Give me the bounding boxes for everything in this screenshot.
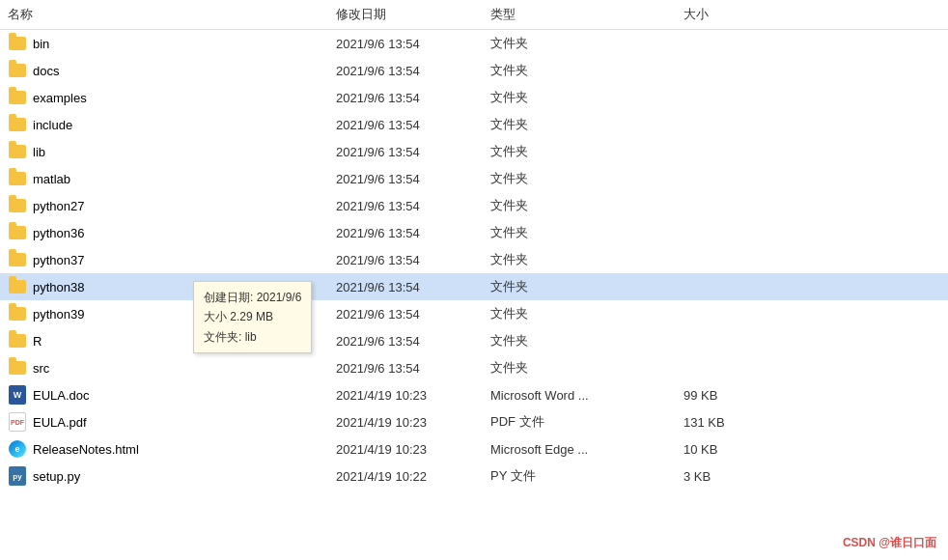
tooltip-line1: 创建日期: 2021/9/6 xyxy=(204,291,301,304)
file-name: ReleaseNotes.html xyxy=(33,442,336,457)
word-icon: W xyxy=(8,385,27,405)
file-date: 2021/9/6 13:54 xyxy=(336,145,490,159)
file-name: EULA.doc xyxy=(33,388,336,403)
file-name: python37 xyxy=(33,253,336,267)
file-date: 2021/4/19 10:23 xyxy=(336,442,490,457)
table-row[interactable]: W EULA.doc 2021/4/19 10:23 Microsoft Wor… xyxy=(0,381,948,408)
table-row[interactable]: R 2021/9/6 13:54 文件夹 xyxy=(0,327,948,354)
edge-icon: e xyxy=(8,439,27,459)
header-type[interactable]: 类型 xyxy=(490,6,683,23)
file-name: EULA.pdf xyxy=(33,415,336,430)
file-type: 文件夹 xyxy=(490,278,683,295)
table-row[interactable]: include 2021/9/6 13:54 文件夹 xyxy=(0,111,948,138)
header-size[interactable]: 大小 xyxy=(683,6,780,23)
folder-icon xyxy=(8,331,27,350)
watermark: CSDN @谁日口面 xyxy=(843,535,936,551)
file-type: 文件夹 xyxy=(490,332,683,350)
table-row[interactable]: python27 2021/9/6 13:54 文件夹 xyxy=(0,192,948,219)
file-name: examples xyxy=(33,91,336,105)
file-tooltip: 创建日期: 2021/9/6 大小 2.29 MB 文件夹: lib xyxy=(193,281,312,353)
pdf-icon: PDF xyxy=(8,412,27,432)
file-name: matlab xyxy=(33,172,336,186)
header-name[interactable]: 名称 xyxy=(8,6,336,23)
file-name: include xyxy=(33,118,336,132)
table-row[interactable]: examples 2021/9/6 13:54 文件夹 xyxy=(0,84,948,111)
file-name: python27 xyxy=(33,199,336,213)
folder-icon xyxy=(8,142,27,161)
table-row[interactable]: python38 2021/9/6 13:54 文件夹 创建日期: 2021/9… xyxy=(0,273,948,300)
header-date[interactable]: 修改日期 xyxy=(336,6,490,23)
file-date: 2021/9/6 13:54 xyxy=(336,64,490,78)
table-row[interactable]: docs 2021/9/6 13:54 文件夹 xyxy=(0,57,948,84)
file-date: 2021/9/6 13:54 xyxy=(336,253,490,267)
file-type: 文件夹 xyxy=(490,143,683,160)
file-type: 文件夹 xyxy=(490,89,683,106)
folder-icon xyxy=(8,115,27,134)
file-date: 2021/9/6 13:54 xyxy=(336,199,490,213)
file-name: python36 xyxy=(33,226,336,240)
folder-icon xyxy=(8,196,27,215)
file-date: 2021/9/6 13:54 xyxy=(336,334,490,349)
file-size: 131 KB xyxy=(683,415,780,430)
python-icon: py xyxy=(8,466,27,486)
file-name: lib xyxy=(33,145,336,159)
file-list: bin 2021/9/6 13:54 文件夹 docs 2021/9/6 13:… xyxy=(0,30,948,490)
file-date: 2021/9/6 13:54 xyxy=(336,307,490,322)
file-type: 文件夹 xyxy=(490,224,683,241)
file-date: 2021/9/6 13:54 xyxy=(336,280,490,294)
folder-icon xyxy=(8,304,27,323)
folder-icon xyxy=(8,61,27,80)
folder-icon xyxy=(8,277,27,296)
file-name: bin xyxy=(33,37,336,51)
folder-icon xyxy=(8,169,27,188)
table-row[interactable]: PDF EULA.pdf 2021/4/19 10:23 PDF 文件 131 … xyxy=(0,408,948,435)
file-name: src xyxy=(33,361,336,376)
file-size: 99 KB xyxy=(683,388,780,403)
table-row[interactable]: py setup.py 2021/4/19 10:22 PY 文件 3 KB xyxy=(0,462,948,490)
folder-icon xyxy=(8,250,27,269)
file-type: 文件夹 xyxy=(490,35,683,52)
table-row[interactable]: e ReleaseNotes.html 2021/4/19 10:23 Micr… xyxy=(0,435,948,462)
file-list-scroll[interactable]: bin 2021/9/6 13:54 文件夹 docs 2021/9/6 13:… xyxy=(0,30,948,560)
folder-icon xyxy=(8,223,27,242)
table-row[interactable]: lib 2021/9/6 13:54 文件夹 xyxy=(0,138,948,165)
table-row[interactable]: matlab 2021/9/6 13:54 文件夹 xyxy=(0,165,948,192)
file-type: 文件夹 xyxy=(490,197,683,214)
file-type: Microsoft Edge ... xyxy=(490,442,683,457)
folder-icon xyxy=(8,88,27,107)
file-type: PY 文件 xyxy=(490,467,683,485)
file-size: 10 KB xyxy=(683,442,780,457)
table-row[interactable]: python37 2021/9/6 13:54 文件夹 xyxy=(0,246,948,273)
table-row[interactable]: bin 2021/9/6 13:54 文件夹 xyxy=(0,30,948,57)
folder-icon xyxy=(8,34,27,53)
file-type: 文件夹 xyxy=(490,170,683,187)
file-type: 文件夹 xyxy=(490,305,683,322)
table-row[interactable]: src 2021/9/6 13:54 文件夹 xyxy=(0,354,948,381)
file-date: 2021/9/6 13:54 xyxy=(336,226,490,240)
folder-icon xyxy=(8,358,27,378)
file-date: 2021/9/6 13:54 xyxy=(336,361,490,376)
file-size: 3 KB xyxy=(683,469,780,484)
file-type: 文件夹 xyxy=(490,251,683,268)
file-type: 文件夹 xyxy=(490,359,683,377)
file-type: Microsoft Word ... xyxy=(490,388,683,403)
file-date: 2021/4/19 10:22 xyxy=(336,469,490,484)
file-date: 2021/9/6 13:54 xyxy=(336,118,490,132)
file-date: 2021/9/6 13:54 xyxy=(336,91,490,105)
table-row[interactable]: python39 2021/9/6 13:54 文件夹 xyxy=(0,300,948,327)
tooltip-line3: 文件夹: lib xyxy=(204,330,257,344)
file-type: 文件夹 xyxy=(490,116,683,133)
file-date: 2021/4/19 10:23 xyxy=(336,415,490,430)
tooltip-line2: 大小 2.29 MB xyxy=(204,310,273,323)
table-row[interactable]: python36 2021/9/6 13:54 文件夹 xyxy=(0,219,948,246)
file-type: 文件夹 xyxy=(490,62,683,79)
file-explorer: 名称 修改日期 类型 大小 bin 2021/9/6 13:54 文件夹 doc… xyxy=(0,0,948,560)
file-type: PDF 文件 xyxy=(490,413,683,431)
file-date: 2021/9/6 13:54 xyxy=(336,37,490,51)
table-header: 名称 修改日期 类型 大小 xyxy=(0,0,948,30)
file-date: 2021/4/19 10:23 xyxy=(336,388,490,403)
file-name: docs xyxy=(33,64,336,78)
file-date: 2021/9/6 13:54 xyxy=(336,172,490,186)
file-name: setup.py xyxy=(33,469,336,484)
